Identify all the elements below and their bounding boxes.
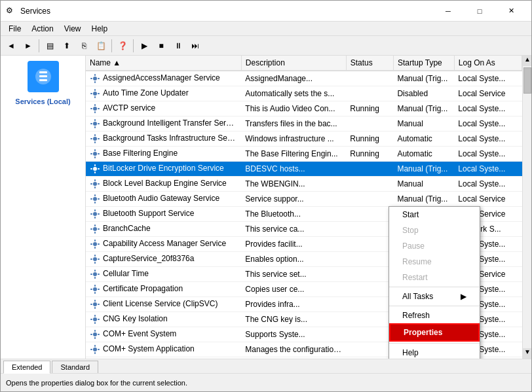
service-logon-cell: Local Service	[454, 192, 522, 207]
scroll-thumb[interactable]	[523, 67, 531, 94]
service-name-cell: AVCTP service	[86, 101, 241, 116]
context-menu-item-start[interactable]: Start	[389, 207, 480, 223]
context-menu-item-label: Pause	[402, 241, 425, 251]
scrollbar[interactable]: ▲ ▼	[522, 56, 531, 359]
show-hide-button[interactable]: ▤	[42, 38, 58, 54]
svg-rect-13	[98, 93, 100, 94]
svg-rect-12	[90, 93, 92, 94]
svg-rect-53	[98, 213, 100, 215]
service-icon	[90, 269, 100, 279]
table-row[interactable]: Auto Time Zone UpdaterAutomatically sets…	[86, 86, 522, 101]
service-icon	[90, 254, 100, 264]
service-name-cell: Background Tasks Infrastructure Service	[86, 132, 241, 147]
service-name-cell: COM+ System Application	[86, 342, 241, 357]
svg-rect-28	[98, 138, 100, 139]
context-menu-item-properties[interactable]: Properties	[389, 323, 480, 342]
svg-rect-80	[94, 300, 96, 302]
col-header-logon[interactable]: Log On As	[454, 56, 522, 71]
minimize-button[interactable]: ─	[433, 2, 463, 20]
table-row[interactable]: AVCTP serviceThis is Audio Video Con...R…	[86, 101, 522, 116]
up-button[interactable]: ⬆	[59, 38, 75, 54]
service-name-cell: Certificate Propagation	[86, 282, 241, 297]
tab-standard[interactable]: Standard	[52, 361, 98, 373]
svg-rect-82	[90, 304, 92, 305]
service-desc-cell: This service set...	[241, 267, 346, 282]
svg-rect-52	[90, 213, 92, 215]
col-header-name[interactable]: Name ▲	[86, 56, 241, 71]
service-name-cell: Capability Access Manager Service	[86, 237, 241, 252]
context-menu-item-label: Start	[402, 210, 419, 219]
svg-rect-81	[94, 307, 96, 309]
tab-extended[interactable]: Extended	[3, 361, 50, 374]
stop-service-button[interactable]: ■	[153, 38, 169, 54]
svg-rect-6	[94, 81, 96, 83]
restart-service-button[interactable]: ⏭	[187, 38, 203, 54]
copy-button[interactable]: ⎘	[76, 38, 92, 54]
table-row[interactable]: Block Level Backup Engine ServiceThe WBE…	[86, 177, 522, 192]
service-startup-cell: Manual (Trig...	[393, 162, 454, 177]
service-status-cell	[346, 312, 393, 327]
service-name-cell: CaptureService_20f8376a	[86, 252, 241, 267]
svg-rect-73	[98, 274, 100, 275]
service-startup-cell: Automatic	[393, 132, 454, 147]
svg-rect-36	[94, 171, 96, 173]
maximize-button[interactable]: □	[465, 2, 495, 20]
service-desc-cell: Enables option...	[241, 252, 346, 267]
service-logon-cell: Local Syste...	[454, 116, 522, 132]
forward-button[interactable]: ►	[20, 38, 36, 54]
service-desc-cell: This service ca...	[241, 222, 346, 237]
close-button[interactable]: ✕	[496, 2, 526, 20]
menu-help[interactable]: Help	[86, 23, 113, 35]
menu-action[interactable]: Action	[26, 23, 58, 35]
service-logon-cell: Local Syste...	[454, 147, 522, 162]
table-row[interactable]: Background Tasks Infrastructure ServiceW…	[86, 132, 522, 147]
title-bar-left: ⚙ Services	[6, 6, 50, 16]
service-logon-cell: Local Syste...	[454, 101, 522, 116]
context-menu-item-all-tasks[interactable]: All Tasks▶	[389, 289, 480, 304]
pause-service-button[interactable]: ⏸	[170, 38, 186, 54]
back-button[interactable]: ◄	[3, 38, 19, 54]
svg-rect-10	[94, 89, 96, 91]
service-startup-cell: Automatic	[393, 147, 454, 162]
service-desc-cell: The WBENGIN...	[241, 177, 346, 192]
col-header-status[interactable]: Status	[346, 56, 393, 71]
service-status-cell	[346, 282, 393, 297]
table-row[interactable]: BitLocker Drive Encryption ServiceBDESVC…	[86, 162, 522, 177]
table-row[interactable]: AssignedAccessManager ServiceAssignedMan…	[86, 71, 522, 86]
context-menu-item-help[interactable]: Help	[389, 345, 480, 359]
svg-rect-21	[94, 126, 96, 128]
menu-view[interactable]: View	[59, 23, 86, 35]
service-status-cell	[346, 267, 393, 282]
table-row[interactable]: Base Filtering EngineThe Base Filtering …	[86, 147, 522, 162]
col-header-desc[interactable]: Description	[241, 56, 346, 71]
service-startup-cell: Manual	[393, 116, 454, 132]
sidebar-label: Services (Local)	[15, 98, 70, 105]
table-row[interactable]: Background Intelligent Transfer ServiceT…	[86, 116, 522, 132]
context-menu-item-label: Help	[402, 348, 419, 357]
service-name-cell: CNG Key Isolation	[86, 312, 241, 327]
menu-file[interactable]: File	[3, 23, 26, 35]
context-menu-item-refresh[interactable]: Refresh	[389, 308, 480, 323]
svg-rect-23	[98, 123, 100, 124]
scroll-up-button[interactable]: ▲	[523, 56, 531, 66]
service-status-cell	[346, 71, 393, 86]
context-menu-item-label: Stop	[402, 226, 419, 235]
svg-rect-57	[90, 228, 92, 230]
service-name-cell: AssignedAccessManager Service	[86, 71, 241, 86]
context-menu-sep-5	[389, 287, 480, 287]
context-menu: StartStopPauseResumeRestartAll Tasks▶Ref…	[389, 206, 480, 359]
paste-button[interactable]: 📋	[93, 38, 109, 54]
col-header-startup[interactable]: Startup Type	[393, 56, 454, 71]
service-icon	[90, 329, 100, 340]
svg-rect-65	[94, 255, 96, 257]
service-desc-cell: This service is used for ...	[241, 357, 346, 359]
table-row[interactable]: Bluetooth Audio Gateway ServiceService s…	[86, 192, 522, 207]
help-icon-button[interactable]: ❓	[115, 38, 130, 54]
scroll-down-button[interactable]: ▼	[523, 348, 531, 359]
service-startup-cell: Manual	[393, 177, 454, 192]
service-desc-cell: Supports Syste...	[241, 327, 346, 342]
svg-point-44	[93, 197, 97, 201]
context-menu-item-stop: Stop	[389, 223, 480, 238]
service-name-text: CaptureService_20f8376a	[103, 254, 194, 263]
start-service-button[interactable]: ▶	[136, 38, 152, 54]
